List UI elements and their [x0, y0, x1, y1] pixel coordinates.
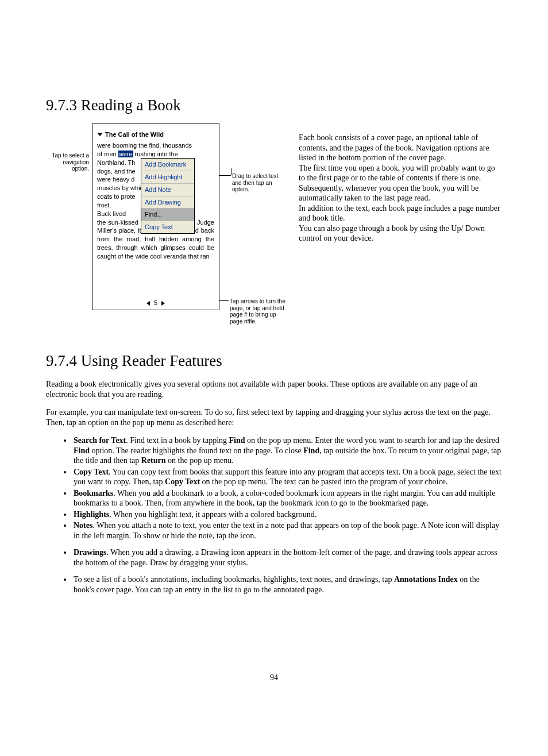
text-line: coats to prote — [97, 193, 136, 200]
callout-line — [218, 175, 231, 176]
list-item: To see a list of a book's annotations, i… — [72, 574, 502, 595]
feature-name: Search for Text — [74, 436, 126, 445]
annotation-right-pager: Tap arrows to turn the page, or tap and … — [230, 298, 287, 325]
device-screen: The Call of the Wild were booming the fi… — [92, 124, 219, 310]
book-title-dropdown[interactable]: The Call of the Wild — [97, 130, 214, 141]
page-number-label[interactable]: 5 — [154, 299, 157, 306]
para: Each book consists of a cover page, an o… — [299, 133, 502, 163]
text-line: Buck lived — [97, 210, 126, 217]
feature-name: Bookmarks — [74, 489, 113, 497]
para: Subsequently, whenever you open the book… — [299, 183, 502, 203]
menu-item-add-highlight[interactable]: Add Highlight — [141, 171, 194, 184]
menu-item-add-note[interactable]: Add Note — [141, 184, 194, 196]
prev-page-icon[interactable] — [146, 301, 150, 306]
intro-paragraph: For example, you can manipulate text on-… — [46, 407, 502, 427]
menu-item-copy-text[interactable]: Copy Text — [141, 221, 194, 233]
feature-name: Highlights — [74, 510, 109, 519]
menu-item-find[interactable]: Find... — [141, 209, 194, 221]
para: The first time you open a book, you will… — [299, 163, 502, 183]
page-navigator[interactable]: 5 — [92, 299, 219, 306]
list-item: Highlights. When you highlight text, it … — [72, 510, 502, 520]
list-item: Drawings. When you add a drawing, a Draw… — [72, 547, 502, 568]
text-line: frost. — [97, 202, 111, 209]
text-line: were heavy d — [97, 176, 134, 183]
heading-974: 9.7.4 Using Reader Features — [46, 352, 502, 370]
reader-figure: Tap to select a navigation option. Drag … — [46, 124, 287, 331]
page-number: 94 — [0, 673, 548, 682]
text-line: muscles by whic — [97, 184, 143, 191]
para: You can also page through a book by usin… — [299, 223, 502, 244]
next-page-icon[interactable] — [161, 301, 165, 306]
heading-973: 9.7.3 Reading a Book — [46, 97, 502, 114]
list-item: Notes. When you attach a note to text, y… — [72, 520, 502, 541]
context-menu[interactable]: Add Bookmark Add Highlight Add Note Add … — [141, 158, 195, 234]
selected-text[interactable]: were — [118, 151, 133, 157]
feature-list: Search for Text. Find text in a book by … — [46, 435, 502, 595]
callout-line — [231, 168, 231, 175]
text-line: rushing into the — [133, 151, 178, 157]
annotation-left: Tap to select a navigation option. — [46, 152, 89, 172]
text-line: dogs, and the — [97, 168, 136, 175]
intro-paragraph: Reading a book electronically gives you … — [46, 379, 502, 399]
para: In addition to the text, each book page … — [299, 203, 502, 223]
menu-item-add-bookmark[interactable]: Add Bookmark — [141, 159, 194, 171]
text-line: Northland. Th — [97, 159, 135, 166]
list-item: Search for Text. Find text in a book by … — [72, 435, 502, 466]
section-reading-a-book: 9.7.3 Reading a Book Tap to select a nav… — [46, 97, 502, 331]
text-line: were booming the find, thousands — [97, 142, 192, 149]
feature-name: Drawings — [74, 548, 107, 557]
list-item: Bookmarks. When you add a bookmark to a … — [72, 488, 502, 508]
section-973-paragraphs: Each book consists of a cover page, an o… — [299, 124, 502, 244]
menu-item-add-drawing[interactable]: Add Drawing — [141, 196, 194, 209]
book-body-text[interactable]: were booming the find, thousands of men … — [97, 141, 214, 261]
feature-name: Notes — [74, 521, 92, 530]
text-line: of men — [97, 151, 118, 157]
feature-name: Copy Text — [74, 468, 109, 476]
section-using-reader-features: 9.7.4 Using Reader Features Reading a bo… — [46, 352, 502, 595]
list-item: Copy Text. You can copy text from books … — [72, 467, 502, 487]
annotation-right-select: Drag to select text and then tap an opti… — [232, 173, 287, 193]
